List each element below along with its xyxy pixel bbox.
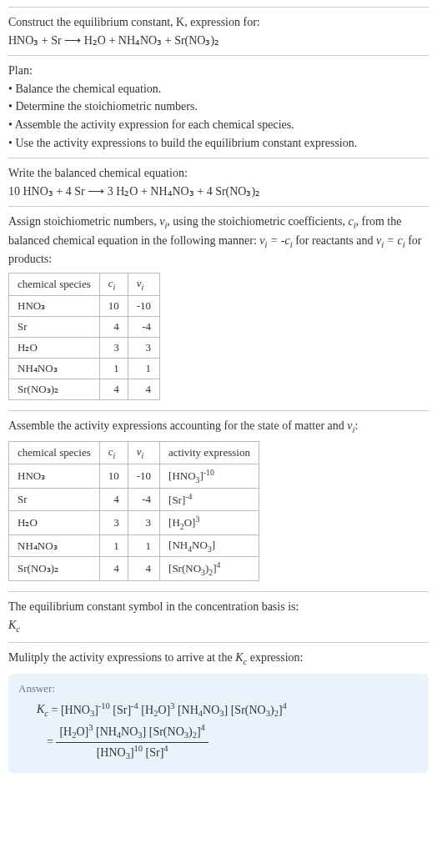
assign-section: Assign stoichiometric numbers, νi, using… [8,206,429,409]
cell-species: Sr [9,316,100,337]
plan-title: Plan: [8,63,429,79]
cell-species: Sr [9,488,100,510]
plan-bullet-1: • Balance the chemical equation. [8,81,429,98]
multiply-text-a: Mulitply the activity expressions to arr… [8,651,235,664]
cell-species: NH₄NO₃ [9,534,100,557]
kc-symbol: Kc [235,651,247,664]
answer-fraction: [H2O]3 [NH4NO3] [Sr(NO3)2]4 [HNO3]10 [Sr… [56,722,208,763]
cell-nui: -10 [128,295,159,316]
cell-nui: 3 [128,337,159,358]
assemble-title: Assemble the activity expressions accoun… [8,418,429,436]
balanced-equation: 10 HNO₃ + 4 Sr ⟶ 3 H₂O + NH₄NO₃ + 4 Sr(N… [8,183,429,200]
plan-bullet-2: • Determine the stoichiometric numbers. [8,98,429,115]
table-row: Sr(NO₃)₂44 [9,379,160,399]
symbol-kc: Kc [8,617,429,635]
table-row: HNO₃10-10[HNO3]-10 [9,464,259,488]
cell-species: H₂O [9,510,100,534]
activity-table: chemical species ci νi activity expressi… [8,441,259,581]
cell-ci: 3 [99,510,128,534]
cell-nui: -4 [128,316,159,337]
intro-line-1: Construct the equilibrium constant, K, e… [8,14,429,31]
cell-species: Sr(NO₃)₂ [9,379,100,399]
cell-ci: 4 [99,379,128,399]
th-nui: νi [128,273,159,295]
cell-nui: 3 [128,510,159,534]
cell-activity: [H2O]3 [160,510,259,534]
th-species: chemical species [9,273,100,295]
cell-species: Sr(NO₃)₂ [9,557,100,581]
th-species: chemical species [9,441,100,464]
answer-line-2: = [H2O]3 [NH4NO3] [Sr(NO3)2]4 [HNO3]10 [… [47,722,419,763]
plan-section: Plan: • Balance the chemical equation. •… [8,55,429,158]
th-ci: ci [99,273,128,295]
cell-ci: 10 [99,295,128,316]
multiply-title: Mulitply the activity expressions to arr… [8,650,429,668]
table-header-row: chemical species ci νi activity expressi… [9,441,259,464]
cell-nui: -4 [128,488,159,510]
fraction-numerator: [H2O]3 [NH4NO3] [Sr(NO3)2]4 [56,722,208,743]
th-activity: activity expression [160,441,259,464]
answer-label: Answer: [18,682,419,695]
cell-species: NH₄NO₃ [9,358,100,379]
nu-eq-neg-c: νi = -ci [259,234,292,247]
answer-expression: Kc = [HNO3]-10 [Sr]-4 [H2O]3 [NH4NO3] [S… [37,700,419,763]
cell-ci: 4 [99,316,128,337]
cell-species: HNO₃ [9,295,100,316]
table-row: Sr4-4 [9,316,160,337]
cell-nui: 4 [128,557,159,581]
balanced-title: Write the balanced chemical equation: [8,165,429,182]
cell-species: HNO₃ [9,464,100,488]
cell-ci: 4 [99,557,128,581]
table-row: NH₄NO₃11[NH4NO3] [9,534,259,557]
symbol-section: The equilibrium constant symbol in the c… [8,591,429,642]
cell-ci: 4 [99,488,128,510]
c-symbol: ci [348,215,355,228]
table-row: NH₄NO₃11 [9,358,160,379]
cell-activity: [NH4NO3] [160,534,259,557]
stoich-table: chemical species ci νi HNO₃10-10 Sr4-4 H… [8,273,160,400]
cell-activity: [Sr]-4 [160,488,259,510]
table-header-row: chemical species ci νi [9,273,160,295]
assign-text-4: for reactants and [293,234,376,247]
multiply-section: Mulitply the activity expressions to arr… [8,642,429,778]
table-row: H₂O33[H2O]3 [9,510,259,534]
cell-ci: 10 [99,464,128,488]
assign-text-1: Assign stoichiometric numbers, [8,215,159,228]
cell-ci: 1 [99,358,128,379]
table-row: Sr4-4[Sr]-4 [9,488,259,510]
nu-symbol: νi [159,215,167,228]
cell-ci: 3 [99,337,128,358]
cell-activity: [Sr(NO3)2]4 [160,557,259,581]
cell-ci: 1 [99,534,128,557]
table-row: Sr(NO₃)₂44[Sr(NO3)2]4 [9,557,259,581]
plan-bullet-4: • Use the activity expressions to build … [8,135,429,152]
multiply-text-b: expression: [247,651,303,664]
assign-text-2: , using the stoichiometric coefficients, [167,215,348,228]
intro-section: Construct the equilibrium constant, K, e… [8,7,429,55]
cell-nui: 4 [128,379,159,399]
cell-nui: -10 [128,464,159,488]
symbol-title: The equilibrium constant symbol in the c… [8,599,429,615]
intro-equation: HNO₃ + Sr ⟶ H₂O + NH₄NO₃ + Sr(NO₃)₂ [8,33,429,49]
balanced-section: Write the balanced chemical equation: 10… [8,158,429,206]
cell-activity: [HNO3]-10 [160,464,259,488]
cell-nui: 1 [128,358,159,379]
assemble-section: Assemble the activity expressions accoun… [8,410,429,592]
table-row: H₂O33 [9,337,160,358]
intro-text-1: Construct the equilibrium constant, K, e… [8,16,260,28]
answer-line-1: Kc = [HNO3]-10 [Sr]-4 [H2O]3 [NH4NO3] [S… [37,700,419,720]
plan-bullet-3: • Assemble the activity expression for e… [8,117,429,133]
table-row: HNO₃10-10 [9,295,160,316]
nu-eq-c: νi = ci [376,234,405,247]
answer-box: Answer: Kc = [HNO3]-10 [Sr]-4 [H2O]3 [NH… [8,674,429,773]
cell-species: H₂O [9,337,100,358]
th-nui: νi [128,441,159,464]
assign-paragraph: Assign stoichiometric numbers, νi, using… [8,213,429,268]
th-ci: ci [99,441,128,464]
fraction-denominator: [HNO3]10 [Sr]4 [56,743,208,763]
cell-nui: 1 [128,534,159,557]
